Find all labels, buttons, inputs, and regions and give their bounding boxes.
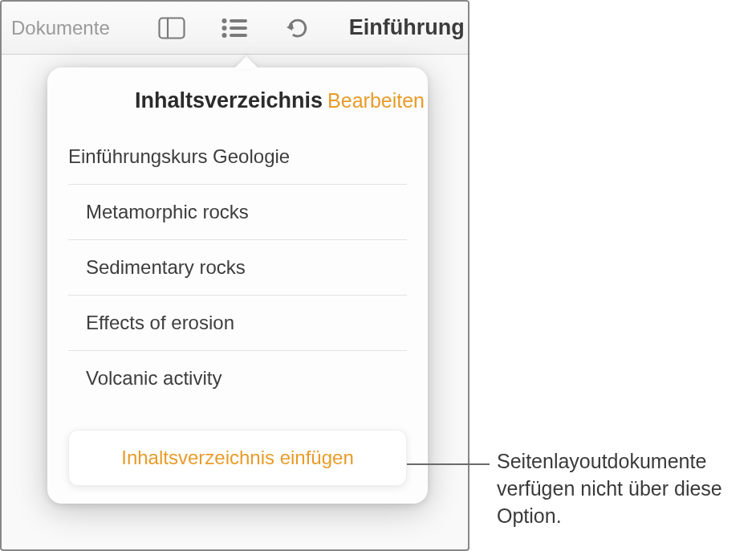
- callout-leader-line: [407, 463, 490, 465]
- sidebar-toggle-icon[interactable]: [156, 13, 187, 43]
- svg-point-6: [222, 33, 226, 38]
- toolbar-icon-group: [156, 13, 312, 43]
- svg-rect-0: [159, 18, 184, 38]
- svg-rect-5: [230, 27, 247, 30]
- popover-title: Inhaltsverzeichnis: [135, 88, 323, 113]
- toc-item[interactable]: Effects of erosion: [68, 296, 407, 351]
- edit-button[interactable]: Bearbeiten: [327, 89, 425, 112]
- svg-point-2: [222, 18, 226, 23]
- toc-popover: Inhaltsverzeichnis Bearbeiten Einführung…: [47, 67, 428, 504]
- toc-item[interactable]: Metamorphic rocks: [68, 185, 407, 240]
- table-of-contents-icon[interactable]: [219, 13, 250, 43]
- svg-point-4: [222, 26, 226, 31]
- toc-item[interactable]: Einführungskurs Geologie: [68, 124, 407, 185]
- toc-item[interactable]: Sedimentary rocks: [68, 240, 407, 296]
- toolbar: Dokumente: [2, 2, 468, 55]
- document-title: Einführung: [349, 15, 465, 40]
- toc-list: Einführungskurs Geologie Metamorphic roc…: [47, 124, 428, 406]
- svg-rect-3: [230, 19, 247, 22]
- undo-icon[interactable]: [282, 13, 312, 43]
- documents-back-button[interactable]: Dokumente: [11, 17, 110, 39]
- svg-rect-7: [230, 34, 247, 37]
- callout-text: Seitenlayoutdokumente verfügen nicht übe…: [497, 448, 746, 529]
- popover-header: Inhaltsverzeichnis Bearbeiten: [47, 88, 428, 124]
- toc-item[interactable]: Volcanic activity: [68, 351, 407, 406]
- callout-annotation: Seitenlayoutdokumente verfügen nicht übe…: [497, 448, 746, 529]
- app-frame: Dokumente: [0, 0, 469, 551]
- insert-toc-button[interactable]: Inhaltsverzeichnis einfügen: [68, 430, 407, 486]
